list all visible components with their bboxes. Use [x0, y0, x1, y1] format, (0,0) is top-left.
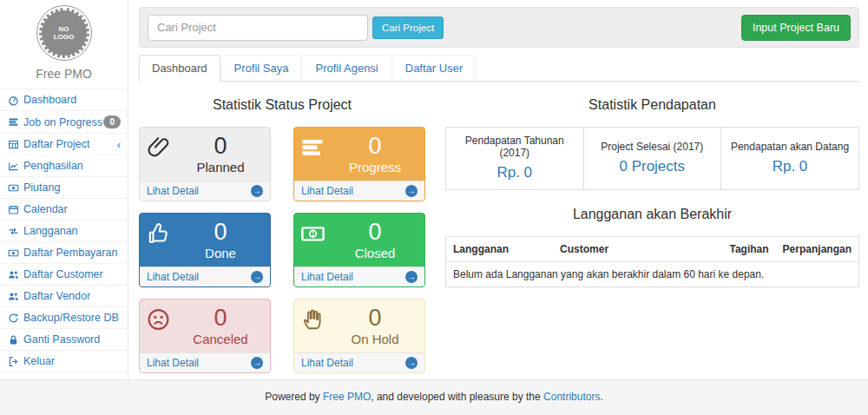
lihat-detail-link[interactable]: Lihat Detail [147, 271, 199, 283]
sidebar-item-label: Job on Progress [23, 116, 103, 128]
tab-profil-saya[interactable]: Profil Saya [221, 55, 302, 81]
stat-value[interactable]: Rp. 0 [725, 158, 855, 175]
income-stats-table: Pendapatan Tahunan (2017) Rp. 0 Project … [445, 127, 859, 190]
status-label: Done [177, 245, 264, 262]
tasks-icon [8, 116, 23, 128]
users-icon [8, 291, 23, 302]
money-icon [8, 182, 23, 194]
stat-cell: Project Selesai (2017) 0 Projects [583, 128, 721, 190]
paperclip-icon [146, 133, 177, 181]
stat-label: Project Selesai (2017) [588, 141, 718, 153]
sidebar-item-label: Backup/Restore DB [23, 312, 121, 324]
tab-daftar-user[interactable]: Daftar User [392, 55, 476, 81]
thumbs-up-icon [146, 219, 177, 267]
stat-label: Pendapatan Tahunan (2017) [450, 135, 580, 159]
status-count: 0 [177, 133, 264, 159]
column-header-customer: Customer [553, 237, 718, 262]
calendar-icon [8, 204, 23, 215]
status-label: Planned [177, 159, 264, 176]
svg-text:1: 1 [311, 230, 314, 238]
sidebar-item-calendar[interactable]: Calendar [0, 199, 128, 221]
arrow-circle-right-icon[interactable]: → [405, 185, 418, 197]
search-input[interactable] [148, 15, 368, 41]
sidebar-item-job-on-progress[interactable]: Job on Progress 0 [0, 111, 128, 134]
sidebar-item-label: Dashboard [23, 94, 121, 106]
sidebar-item-dashboard[interactable]: Dashboard [0, 89, 128, 111]
sidebar-item-label: Keluar [23, 355, 121, 367]
sidebar-item-penghasilan[interactable]: Penghasilan [0, 155, 128, 177]
page-footer: Powered by Free PMO, and developed with … [0, 379, 868, 415]
search-button[interactable]: Cari Project [372, 16, 444, 39]
status-label: Closed [332, 245, 418, 262]
lihat-detail-link[interactable]: Lihat Detail [147, 185, 199, 197]
job-count-badge: 0 [103, 115, 121, 128]
sidebar-item-label: Ganti Password [23, 333, 121, 346]
sidebar-item-label: Calendar [23, 203, 121, 215]
sidebar-item-label: Daftar Vendor [23, 290, 121, 302]
lihat-detail-link[interactable]: Lihat Detail [301, 357, 353, 369]
sidebar-item-label: Penghasilan [23, 160, 121, 172]
users-icon [8, 269, 23, 280]
stat-value[interactable]: 0 Projects [588, 158, 718, 175]
arrow-circle-right-icon[interactable]: → [251, 185, 263, 197]
sidebar-item-backup-restore-db[interactable]: Backup/Restore DB [0, 307, 128, 329]
sidebar-item-ganti-password[interactable]: Ganti Password [0, 329, 128, 351]
input-project-baru-button[interactable]: Input Project Baru [741, 15, 851, 41]
sidebar-item-label: Langganan [23, 225, 121, 237]
table-row: Belum ada Langganan yang akan berakhir d… [446, 262, 859, 287]
arrow-circle-right-icon[interactable]: → [405, 271, 418, 283]
sidebar-item-daftar-pembayaran[interactable]: Daftar Pembayaran [0, 242, 128, 264]
empty-subscriptions-message: Belum ada Langganan yang akan berakhir d… [446, 262, 859, 287]
tasks-icon [300, 133, 332, 181]
tab-bar: Dashboard Profil Saya Profil Agensi Daft… [139, 55, 859, 82]
stat-value[interactable]: Rp. 0 [450, 164, 580, 181]
contributors-link[interactable]: Contributors [543, 391, 600, 403]
arrow-circle-right-icon[interactable]: → [405, 357, 418, 369]
status-label: Progress [332, 159, 418, 176]
sidebar-item-label: Daftar Pembayaran [23, 247, 121, 259]
frown-icon [146, 305, 177, 352]
no-logo-badge: NO LOGO [36, 5, 92, 61]
sidebar-nav: Dashboard Job on Progress 0 Daftar Proje… [0, 89, 128, 372]
stat-cell: Pendapatan Tahunan (2017) Rp. 0 [446, 128, 584, 190]
subscription-table-header-row: Langganan Customer Tagihan Perpanjangan [446, 237, 859, 262]
sidebar-item-label: Piutang [23, 181, 121, 194]
arrow-circle-right-icon[interactable]: → [251, 357, 263, 369]
status-count: 0 [177, 219, 264, 245]
column-header-langganan: Langganan [446, 237, 554, 262]
status-label: On Hold [332, 331, 418, 348]
sign-out-icon [8, 356, 23, 367]
column-header-perpanjangan: Perpanjangan [776, 237, 859, 262]
sidebar-item-langganan[interactable]: Langganan [0, 221, 128, 242]
tab-dashboard[interactable]: Dashboard [139, 55, 220, 82]
status-label: Canceled [177, 331, 264, 348]
table-icon [8, 139, 23, 150]
tab-profil-agensi[interactable]: Profil Agensi [302, 55, 391, 81]
dashboard-icon [8, 95, 23, 106]
sidebar-item-label: Daftar Customer [23, 268, 121, 280]
sidebar-item-daftar-project[interactable]: Daftar Project ‹ [0, 134, 128, 155]
sidebar-item-keluar[interactable]: Keluar [0, 351, 128, 372]
sidebar-item-daftar-customer[interactable]: Daftar Customer [0, 264, 128, 286]
sidebar-item-daftar-vendor[interactable]: Daftar Vendor [0, 286, 128, 307]
column-header-tagihan: Tagihan [718, 237, 776, 262]
hand-paper-icon [300, 305, 332, 352]
sidebar-item-piutang[interactable]: Piutang [0, 177, 128, 199]
chevron-left-icon: ‹ [117, 139, 121, 150]
free-pmo-link[interactable]: Free PMO [323, 391, 371, 403]
lihat-detail-link[interactable]: Lihat Detail [147, 357, 199, 369]
line-chart-icon [8, 161, 23, 172]
status-card-progress: 0 Progress Lihat Detail → [293, 127, 425, 201]
sidebar-item-label: Daftar Project [23, 138, 117, 150]
status-card-closed: 1 0 Closed Lihat Detail → [293, 213, 425, 287]
status-count: 0 [332, 133, 418, 159]
money-icon [8, 247, 23, 259]
subscription-table: Langganan Customer Tagihan Perpanjangan … [445, 236, 859, 287]
lock-icon [8, 334, 23, 346]
arrow-circle-right-icon[interactable]: → [251, 271, 263, 283]
sidebar: NO LOGO Free PMO Dashboard Job on Progre… [0, 0, 128, 379]
status-cards-grid: 0 Planned Lihat Detail → 0 Progr [139, 127, 425, 373]
lihat-detail-link[interactable]: Lihat Detail [301, 185, 353, 197]
refresh-icon [8, 313, 23, 324]
lihat-detail-link[interactable]: Lihat Detail [301, 271, 353, 283]
